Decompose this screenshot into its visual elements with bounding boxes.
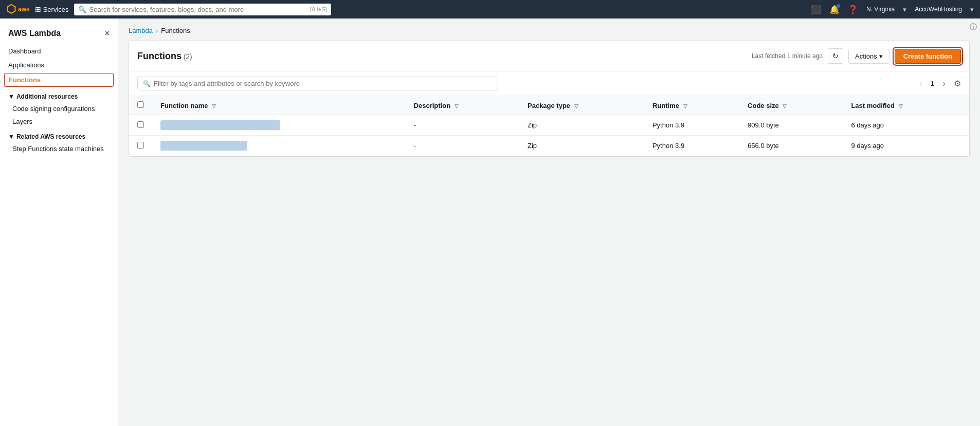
sort-icon-last-modified: ▽: [899, 103, 903, 109]
aws-logo[interactable]: ⬡ aws: [6, 3, 30, 16]
cell-description-0: -: [406, 115, 519, 136]
search-icon: 🔍: [143, 80, 151, 87]
col-header-function-name[interactable]: Function name ▽: [152, 96, 406, 115]
table-row: ████████████████████████ - Zip Python 3.…: [129, 115, 969, 136]
sidebar-title: AWS Lambda ×: [0, 27, 118, 44]
table-row: █████████████████ - Zip Python 3.9 656.0…: [129, 136, 969, 156]
sidebar-item-layers[interactable]: Layers: [0, 115, 118, 128]
panel-count: (2): [184, 52, 192, 61]
row-checkbox-cell: [129, 115, 152, 136]
cell-package-type-1: Zip: [519, 136, 644, 156]
search-shortcut: [Alt+S]: [310, 6, 327, 12]
sort-icon-runtime: ▽: [683, 103, 687, 109]
breadcrumb: Lambda › Functions: [129, 27, 970, 34]
cell-runtime-0: Python 3.9: [644, 115, 739, 136]
actions-label: Actions: [855, 52, 877, 60]
sidebar-section-related-aws[interactable]: ▼ Related AWS resources: [0, 128, 118, 142]
breadcrumb-lambda-link[interactable]: Lambda: [129, 27, 153, 34]
cell-function-name-1: █████████████████: [152, 136, 406, 156]
col-header-package-type[interactable]: Package type ▽: [519, 96, 644, 115]
filter-input[interactable]: [154, 80, 492, 87]
services-button[interactable]: ⊞ Services: [35, 5, 69, 13]
panel-title-area: Functions (2): [137, 51, 192, 62]
table-settings-icon[interactable]: ⚙: [954, 79, 961, 88]
info-icon[interactable]: ⓘ: [970, 23, 977, 32]
row-checkbox-0[interactable]: [137, 121, 144, 128]
aws-text: aws: [18, 6, 30, 13]
account-menu[interactable]: AccuWebHosting: [915, 6, 962, 13]
cell-runtime-1: Python 3.9: [644, 136, 739, 156]
sidebar-item-dashboard[interactable]: Dashboard: [0, 44, 118, 58]
cell-code-size-0: 909.0 byte: [739, 115, 843, 136]
sort-icon-function-name: ▽: [212, 103, 216, 109]
function-name-link-0[interactable]: ████████████████████████: [160, 121, 280, 129]
services-label: Services: [43, 6, 69, 13]
functions-panel: Functions (2) Last fetched 1 minute ago …: [129, 41, 970, 157]
cell-description-1: -: [406, 136, 519, 156]
sidebar-item-step-functions[interactable]: Step Functions state machines: [0, 142, 118, 155]
page-number: 1: [931, 80, 934, 87]
search-input[interactable]: [89, 6, 307, 13]
chevron-down-icon: ▼: [8, 133, 14, 140]
refresh-button[interactable]: ↻: [828, 48, 843, 64]
sidebar: AWS Lambda × Dashboard Applications Func…: [0, 18, 118, 426]
sort-icon-description: ▽: [455, 103, 459, 109]
sidebar-item-applications[interactable]: Applications: [0, 58, 118, 72]
global-search[interactable]: 🔍 [Alt+S]: [74, 4, 331, 15]
notification-dot: [837, 4, 840, 8]
cell-package-type-0: Zip: [519, 115, 644, 136]
sort-icon-package-type: ▽: [574, 103, 578, 109]
sort-icon-code-size: ▽: [783, 103, 787, 109]
prev-page-button[interactable]: ‹: [914, 77, 928, 90]
actions-button[interactable]: Actions ▾: [848, 49, 890, 64]
refresh-icon: ↻: [832, 52, 839, 60]
col-header-last-modified[interactable]: Last modified ▽: [843, 96, 969, 115]
select-all-header: [129, 96, 152, 115]
chevron-down-icon: ▼: [8, 93, 14, 100]
cell-function-name-0: ████████████████████████: [152, 115, 406, 136]
sidebar-section-additional-resources[interactable]: ▼ Additional resources: [0, 88, 118, 102]
top-navigation: ⬡ aws ⊞ Services 🔍 [Alt+S] ⬛ 🔔 ❓ N. Virg…: [0, 0, 980, 18]
row-checkbox-1[interactable]: [137, 142, 144, 149]
sidebar-item-functions[interactable]: Functions: [4, 73, 114, 87]
page-layout: AWS Lambda × Dashboard Applications Func…: [0, 18, 980, 426]
main-content: Lambda › Functions Functions (2) Last fe…: [118, 18, 980, 426]
col-header-code-size[interactable]: Code size ▽: [739, 96, 843, 115]
sidebar-close-button[interactable]: ×: [105, 29, 110, 38]
pagination: ‹ 1 › ⚙: [914, 77, 961, 90]
help-icon[interactable]: ❓: [848, 5, 858, 14]
select-all-checkbox[interactable]: [137, 101, 144, 108]
col-header-runtime[interactable]: Runtime ▽: [644, 96, 739, 115]
col-header-description[interactable]: Description ▽: [406, 96, 519, 115]
breadcrumb-separator: ›: [156, 27, 158, 34]
breadcrumb-current: Functions: [161, 27, 190, 34]
search-icon: 🔍: [78, 6, 86, 13]
nav-right-section: ⬛ 🔔 ❓ N. Virginia ▾ AccuWebHosting ▾: [811, 5, 974, 14]
panel-header: Functions (2) Last fetched 1 minute ago …: [129, 41, 969, 71]
table-header-row: Function name ▽ Description ▽ Package ty…: [129, 96, 969, 115]
panel-title: Functions: [137, 51, 182, 61]
aws-icon: ⬡: [6, 3, 16, 16]
row-checkbox-cell: [129, 136, 152, 156]
grid-icon: ⊞: [35, 5, 41, 13]
table-body: ████████████████████████ - Zip Python 3.…: [129, 115, 969, 156]
filter-search-bar[interactable]: 🔍: [137, 77, 497, 90]
cloud-icon[interactable]: ⬛: [811, 5, 821, 14]
filter-row: 🔍 ‹ 1 › ⚙: [129, 71, 969, 96]
next-page-button[interactable]: ›: [937, 77, 951, 90]
functions-table: Function name ▽ Description ▽ Package ty…: [129, 96, 969, 156]
region-selector[interactable]: N. Virginia: [866, 6, 895, 13]
sidebar-item-code-signing[interactable]: Code signing configurations: [0, 102, 118, 115]
cell-last-modified-1: 9 days ago: [843, 136, 969, 156]
chevron-down-icon: ▾: [879, 52, 883, 60]
table-header: Function name ▽ Description ▽ Package ty…: [129, 96, 969, 115]
create-function-button[interactable]: Create function: [895, 49, 961, 64]
function-name-link-1[interactable]: █████████████████: [160, 142, 247, 150]
last-fetched-text: Last fetched 1 minute ago: [752, 52, 823, 60]
panel-actions: Last fetched 1 minute ago ↻ Actions ▾ Cr…: [752, 48, 961, 64]
cell-code-size-1: 656.0 byte: [739, 136, 843, 156]
notifications-icon[interactable]: 🔔: [829, 5, 840, 14]
cell-last-modified-0: 6 days ago: [843, 115, 969, 136]
